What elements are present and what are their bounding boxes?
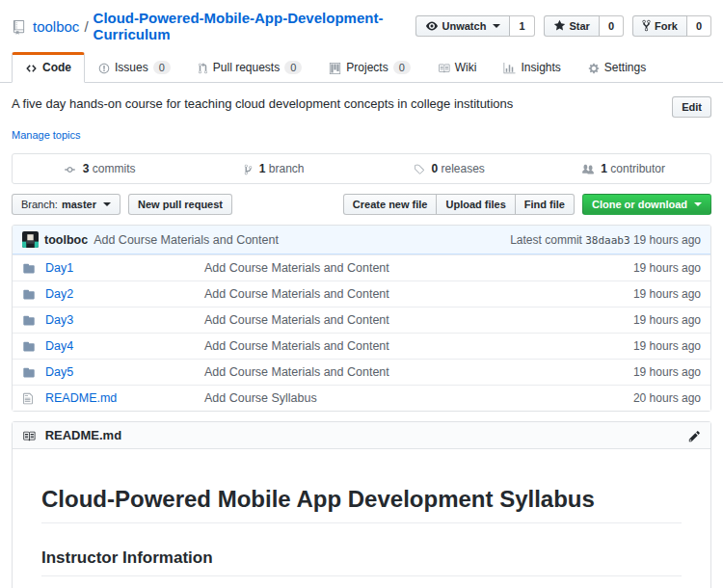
- edit-button[interactable]: Edit: [672, 96, 711, 118]
- releases-stat[interactable]: 0 releases: [362, 154, 536, 183]
- people-icon: [581, 162, 595, 175]
- avatar[interactable]: [22, 231, 39, 248]
- manage-topics-link[interactable]: Manage topics: [12, 129, 81, 141]
- file-link[interactable]: Day4: [45, 339, 73, 353]
- tab-projects-label: Projects: [346, 61, 388, 74]
- latest-commit-time: 19 hours ago: [633, 233, 701, 247]
- fork-label: Fork: [655, 19, 678, 33]
- file-commit-message-link[interactable]: Add Course Materials and Content: [204, 365, 389, 379]
- folder-icon: [22, 287, 45, 301]
- file-row: Day2 Add Course Materials and Content 19…: [13, 281, 710, 307]
- folder-icon: [22, 313, 45, 327]
- contributors-stat[interactable]: 1 contributor: [536, 154, 710, 183]
- file-age: 19 hours ago: [633, 287, 701, 301]
- breadcrumb: toolboc / Cloud-Powered-Mobile-App-Devel…: [12, 10, 415, 42]
- file-actions-group: Create new file Upload files Find file: [343, 194, 575, 215]
- releases-label: releases: [442, 162, 485, 175]
- file-text-icon: [22, 391, 45, 405]
- file-row: Day1 Add Course Materials and Content 19…: [13, 254, 710, 281]
- readme-box: README.md Cloud-Powered Mobile App Devel…: [12, 421, 711, 588]
- pencil-icon[interactable]: [688, 428, 701, 442]
- clone-or-download-button[interactable]: Clone or download: [582, 194, 711, 215]
- tab-issues[interactable]: Issues 0: [85, 52, 184, 83]
- readme-section-heading: Instructor Information: [41, 548, 682, 576]
- watch-group: Unwatch 1: [415, 15, 535, 37]
- file-link[interactable]: Day2: [45, 287, 73, 301]
- file-toolbar: Branch: master New pull request Create n…: [12, 194, 711, 215]
- folder-icon: [22, 365, 45, 379]
- file-age: 19 hours ago: [633, 365, 701, 379]
- owner-link[interactable]: toolboc: [33, 18, 79, 35]
- file-row: Day3 Add Course Materials and Content 19…: [13, 307, 710, 333]
- branch-icon: [244, 162, 253, 175]
- repo-description: A five day hands-on course for teaching …: [12, 96, 513, 111]
- file-link[interactable]: Day3: [45, 313, 73, 327]
- create-new-file-button[interactable]: Create new file: [343, 194, 438, 215]
- tab-wiki[interactable]: Wiki: [424, 52, 491, 83]
- fork-button[interactable]: Fork: [632, 15, 687, 37]
- tag-icon: [413, 162, 425, 175]
- file-link[interactable]: README.md: [45, 391, 117, 405]
- file-commit-message-link[interactable]: Add Course Materials and Content: [204, 261, 389, 275]
- tab-wiki-label: Wiki: [455, 61, 477, 74]
- latest-commit-bar: toolboc Add Course Materials and Content…: [13, 226, 710, 254]
- file-age: 20 hours ago: [633, 391, 701, 405]
- caret-down-icon: [493, 24, 500, 28]
- file-commit-message-link[interactable]: Add Course Materials and Content: [204, 339, 389, 353]
- commit-sha-link[interactable]: 38daab3: [585, 234, 629, 247]
- tab-code[interactable]: Code: [12, 52, 85, 83]
- breadcrumb-separator: /: [84, 18, 88, 35]
- watch-count[interactable]: 1: [510, 15, 534, 37]
- fork-group: Fork 0: [632, 15, 711, 37]
- file-row: Day4 Add Course Materials and Content 19…: [13, 333, 710, 359]
- readme-content: Cloud-Powered Mobile App Development Syl…: [13, 449, 710, 588]
- tab-settings[interactable]: Settings: [575, 52, 659, 83]
- caret-down-icon: [694, 202, 702, 206]
- unwatch-button[interactable]: Unwatch: [415, 15, 511, 37]
- file-row: README.md Add Course Syllabus 20 hours a…: [13, 385, 710, 411]
- folder-icon: [22, 339, 45, 353]
- star-count[interactable]: 0: [600, 15, 624, 37]
- repo-name-link[interactable]: Cloud-Powered-Mobile-App-Development-Cur…: [94, 10, 415, 42]
- folder-icon: [22, 261, 45, 275]
- file-link[interactable]: Day5: [45, 365, 73, 379]
- readme-title: Cloud-Powered Mobile App Development Syl…: [41, 486, 682, 523]
- repo-actions: Unwatch 1 Star 0 Fork 0: [415, 15, 711, 37]
- new-pull-request-button[interactable]: New pull request: [128, 194, 232, 215]
- tab-projects[interactable]: Projects 0: [315, 52, 423, 83]
- repo-icon: [12, 18, 26, 35]
- branch-select-button[interactable]: Branch: master: [12, 194, 120, 215]
- pull-request-icon: [198, 61, 208, 74]
- file-commit-message-link[interactable]: Add Course Syllabus: [204, 391, 317, 405]
- file-age: 19 hours ago: [633, 339, 701, 353]
- issues-counter: 0: [153, 61, 171, 74]
- commit-author-link[interactable]: toolboc: [44, 233, 88, 247]
- pulls-counter: 0: [284, 61, 302, 74]
- file-browser: toolboc Add Course Materials and Content…: [12, 225, 711, 412]
- tab-pull-requests[interactable]: Pull requests 0: [184, 52, 316, 83]
- commit-icon: [64, 162, 76, 175]
- repo-description-row: A five day hands-on course for teaching …: [0, 83, 723, 118]
- repo-tabs: Code Issues 0 Pull requests 0 Projects 0…: [0, 52, 723, 83]
- star-button[interactable]: Star: [544, 15, 600, 37]
- fork-icon: [642, 19, 651, 33]
- star-label: Star: [570, 19, 590, 33]
- contributors-label: contributor: [610, 162, 665, 175]
- file-link[interactable]: Day1: [45, 261, 73, 275]
- upload-files-button[interactable]: Upload files: [436, 194, 515, 215]
- commits-stat[interactable]: 3 commits: [13, 154, 187, 183]
- commit-message-link[interactable]: Add Course Materials and Content: [94, 233, 279, 247]
- file-commit-message-link[interactable]: Add Course Materials and Content: [204, 313, 389, 327]
- find-file-button[interactable]: Find file: [515, 194, 575, 215]
- branches-stat[interactable]: 1 branch: [187, 154, 362, 183]
- branches-count: 1: [259, 162, 266, 175]
- file-commit-message-link[interactable]: Add Course Materials and Content: [204, 287, 389, 301]
- repo-header: toolboc / Cloud-Powered-Mobile-App-Devel…: [0, 0, 723, 50]
- book-icon: [22, 428, 36, 442]
- tab-insights[interactable]: Insights: [490, 52, 574, 83]
- fork-count[interactable]: 0: [687, 15, 711, 37]
- gear-icon: [588, 61, 600, 74]
- wiki-book-icon: [438, 61, 450, 74]
- releases-count: 0: [431, 162, 438, 175]
- projects-counter: 0: [393, 61, 411, 74]
